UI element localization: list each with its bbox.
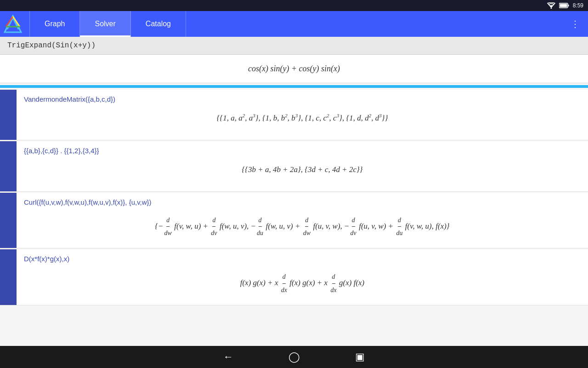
navigation-bar: Graph Solver Catalog ⋮ (0, 11, 588, 37)
tab-catalog[interactable]: Catalog (131, 11, 186, 37)
list-item[interactable]: Curl({f(u,v,w),f(v,w,u),f(w,u,v),f(x)}, … (0, 193, 588, 248)
item-marker (0, 193, 17, 248)
catalog-list: VandermondeMatrix({a,b,c,d}) {{1, a, a2,… (0, 90, 588, 305)
item-marker (0, 249, 17, 305)
top-result-card: cos(x) sin(y) + cos(y) sin(x) (0, 55, 588, 83)
app-logo (4, 15, 22, 33)
svg-rect-3 (560, 4, 567, 7)
item-formula: f(x) g(x) + x ddx f(x) g(x) + x ddx g(x)… (24, 267, 581, 299)
recents-button[interactable]: ▣ (355, 351, 365, 363)
item-title: {{a,b},{c,d}} . {{1,2},{3,4}} (24, 147, 581, 155)
back-button[interactable]: ← (223, 351, 233, 363)
android-nav-bar: ← ◯ ▣ (0, 346, 588, 368)
item-body: VandermondeMatrix({a,b,c,d}) {{1, a, a2,… (17, 90, 588, 140)
battery-icon (559, 3, 569, 8)
item-title: VandermondeMatrix({a,b,c,d}) (24, 95, 581, 103)
main-content: TrigExpand(Sin(x+y)) cos(x) sin(y) + cos… (0, 37, 588, 346)
item-body: Curl({f(u,v,w),f(v,w,u),f(w,u,v),f(x)}, … (17, 193, 588, 248)
input-bar[interactable]: TrigExpand(Sin(x+y)) (0, 37, 588, 55)
wifi-icon (547, 2, 555, 9)
list-item[interactable]: {{a,b},{c,d}} . {{1,2},{3,4}} {{3b + a, … (0, 141, 588, 192)
item-formula: {−ddw f(v, w, u) + ddv f(w, u, v), −ddu … (24, 211, 581, 242)
home-button[interactable]: ◯ (288, 351, 300, 363)
list-item[interactable]: VandermondeMatrix({a,b,c,d}) {{1, a, a2,… (0, 90, 588, 140)
blue-divider (0, 85, 588, 88)
item-marker (0, 90, 17, 140)
item-body: {{a,b},{c,d}} . {{1,2},{3,4}} {{3b + a, … (17, 141, 588, 191)
item-title: Curl({f(u,v,w),f(v,w,u),f(w,u,v),f(x)}, … (24, 198, 581, 206)
svg-point-0 (550, 8, 552, 9)
status-bar: 8:59 (0, 0, 588, 11)
list-item[interactable]: D(x*f(x)*g(x),x) f(x) g(x) + x ddx f(x) … (0, 249, 588, 305)
tab-graph[interactable]: Graph (29, 11, 80, 37)
tab-solver[interactable]: Solver (80, 11, 130, 37)
time-display: 8:59 (573, 2, 583, 9)
item-formula: {{1, a, a2, a3}, {1, b, b2, b3}, {1, c, … (24, 108, 581, 129)
svg-rect-2 (568, 5, 569, 6)
more-menu-button[interactable]: ⋮ (567, 15, 584, 33)
item-formula: {{3b + a, 4b + 2a}, {3d + c, 4d + 2c}} (24, 159, 581, 181)
item-title: D(x*f(x)*g(x),x) (24, 255, 581, 263)
top-result-formula: cos(x) sin(y) + cos(y) sin(x) (0, 55, 588, 83)
item-body: D(x*f(x)*g(x),x) f(x) g(x) + x ddx f(x) … (17, 249, 588, 305)
nav-tabs: Graph Solver Catalog (29, 11, 567, 37)
item-marker (0, 141, 17, 191)
